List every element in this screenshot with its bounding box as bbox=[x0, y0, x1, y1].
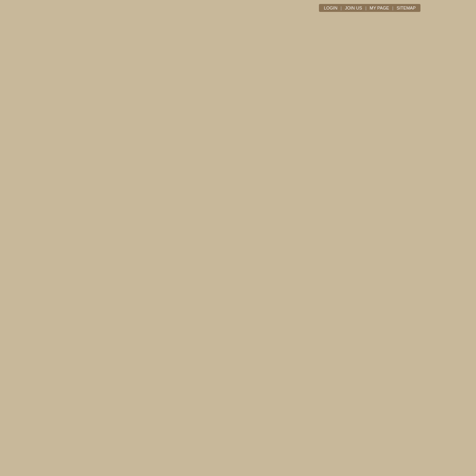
my-page-link[interactable]: MY PAGE bbox=[370, 6, 389, 10]
login-link[interactable]: LOGIN bbox=[324, 6, 337, 10]
top-bar: LOGIN | JOIN US | MY PAGE | SITEMAP bbox=[319, 4, 420, 12]
join-us-link[interactable]: JOIN US bbox=[345, 6, 362, 10]
sitemap-link[interactable]: SITEMAP bbox=[397, 6, 416, 10]
